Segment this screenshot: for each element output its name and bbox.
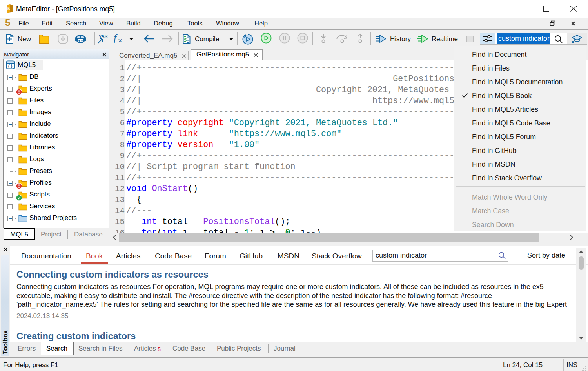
- svg-text:5: 5: [7, 6, 10, 11]
- svg-text:VAR: VAR: [99, 34, 107, 38]
- svg-text:{ }: { }: [8, 64, 13, 68]
